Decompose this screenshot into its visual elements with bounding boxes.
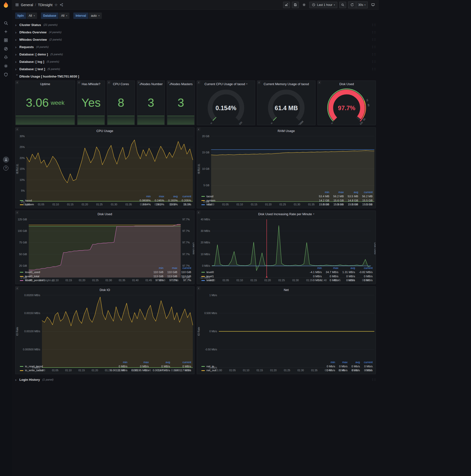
legend-column-max[interactable]: max [163, 266, 177, 270]
legend-series-swatch[interactable] [202, 366, 205, 367]
panel-info-icon[interactable]: i [167, 81, 170, 84]
legend-series-swatch[interactable] [20, 366, 23, 367]
row-database-test[interactable]: › Database: [ test ] (5 panels) ⋮⋮ [15, 66, 376, 72]
panel-title[interactable]: Current CPU Usage of taosd▾ [197, 81, 255, 87]
panel-info-icon[interactable]: i [197, 128, 201, 131]
panel-title[interactable]: Current Memory Usage of taosd [257, 81, 315, 87]
legend-column-max[interactable]: max [127, 360, 149, 364]
share-icon[interactable] [60, 3, 63, 7]
panel-info-icon[interactable]: i [16, 211, 19, 214]
row-drag-handle[interactable]: ⋮⋮ [371, 31, 376, 34]
row-drag-handle[interactable]: ⋮⋮ [371, 45, 376, 49]
legend-series-name[interactable]: taosd [25, 199, 32, 202]
legend-column-avg[interactable]: avg [338, 266, 355, 270]
legend-series-name[interactable]: net_out [206, 369, 216, 372]
legend-series-swatch[interactable] [20, 370, 23, 371]
net-chart[interactable]: 1 Mb/s0.500 Mb/s0 Mb/s-0.50 Mb/s-1 Mb/s0… [197, 293, 376, 360]
server-admin-shield-icon[interactable] [0, 70, 12, 79]
panel-title[interactable]: Disk Used [16, 211, 194, 217]
legend-column-min[interactable]: min [323, 360, 335, 364]
breadcrumb-section[interactable]: General [21, 3, 33, 7]
row-database-demo[interactable]: › Database: [ demo ] (5 panels) ⋮⋮ [15, 51, 376, 57]
legend-series-name[interactable]: taosd [206, 195, 213, 198]
dashboard-settings-button[interactable] [301, 2, 307, 8]
panel-title[interactable]: CPU Usage [16, 128, 194, 134]
legend-series-swatch[interactable] [20, 280, 23, 281]
settings-gear-icon[interactable] [0, 62, 12, 70]
legend-column-current[interactable]: current [177, 266, 191, 270]
legend-series-swatch[interactable] [202, 200, 205, 201]
legend-column-avg[interactable]: avg [348, 360, 360, 364]
avatar[interactable] [3, 156, 9, 163]
legend-column-max[interactable]: max [329, 190, 344, 194]
legend-column-avg[interactable]: avg [164, 194, 178, 199]
legend-series-name[interactable]: system [25, 203, 34, 206]
panel-info-icon[interactable]: i [197, 287, 201, 290]
row-cluster-status[interactable]: › Cluster Status (21 panels) ⋮⋮ [15, 22, 376, 28]
panel-info-icon[interactable]: i [77, 81, 81, 84]
legend-series-name[interactable]: level2 [206, 279, 214, 282]
save-dashboard-button[interactable] [292, 2, 299, 8]
row-dnodes-overview[interactable]: › DNodes Overview (4 panels) ⋮⋮ [15, 29, 376, 35]
legend-series-swatch[interactable] [20, 204, 23, 205]
disk-io-chart[interactable]: 0.00200 MB/s0.00150 MB/s0.00100 MB/s0.00… [16, 293, 194, 360]
legend-column-current[interactable]: current [360, 360, 373, 364]
row-drag-handle[interactable]: ⋮⋮ [371, 23, 376, 27]
legend-column-min[interactable]: min [306, 266, 322, 270]
legend-series-name[interactable]: level0_percent [25, 279, 43, 282]
legend-series-name[interactable]: io_write_taosd [25, 369, 43, 372]
row-mnodes-overview[interactable]: › MNodes Overview (2 panels) ⋮⋮ [15, 36, 376, 43]
legend-column-avg[interactable]: avg [149, 360, 170, 364]
panel-info-icon[interactable]: i [107, 81, 111, 84]
legend-column-min[interactable]: min [106, 360, 127, 364]
legend-column-current[interactable]: current [358, 190, 373, 194]
explore-compass-icon[interactable] [0, 44, 12, 53]
legend-column-max[interactable]: max [151, 194, 164, 199]
legend-series-name[interactable]: net_in [206, 365, 214, 368]
row-drag-handle[interactable]: ⋮⋮ [371, 38, 376, 41]
variable-interval[interactable]: Interval auto▾ [73, 13, 102, 19]
row-drag-handle[interactable]: ⋮⋮ [371, 53, 376, 56]
legend-column-current[interactable]: current [355, 266, 373, 270]
panel-info-icon[interactable]: i [137, 81, 141, 84]
legend-series-swatch[interactable] [20, 276, 23, 277]
disk-rate-chart[interactable]: 40 MB/s30 MB/s20 MB/s10 MB/s0 MB/s-10 MB… [197, 217, 376, 266]
cpu-usage-chart[interactable]: 30%25%20%15%10%5%0%01:0001:0501:1001:150… [16, 134, 194, 194]
ram-usage-chart[interactable]: 20 GB15 GB10 GB5 GB0 MB01:0001:0501:1001… [197, 134, 376, 190]
panel-info-icon[interactable]: i [197, 81, 201, 84]
panel-info-icon[interactable]: i [16, 287, 19, 290]
legend-series-swatch[interactable] [202, 196, 205, 197]
add-panel-button[interactable] [283, 2, 290, 8]
create-plus-icon[interactable] [0, 27, 12, 36]
panel-title[interactable]: Uptime [16, 81, 75, 87]
row-database-log[interactable]: › Database: [ log ] (5 panels) ⋮⋮ [15, 58, 376, 65]
row-dnode-usage[interactable]: › DNode Usage [ huolinhe-TM1701:6030 ] [15, 73, 376, 80]
panel-title[interactable]: Disk Used [318, 81, 376, 87]
legend-series-swatch[interactable] [202, 204, 205, 205]
legend-series-swatch[interactable] [20, 200, 23, 201]
refresh-button[interactable] [348, 2, 356, 8]
dashboards-icon[interactable] [0, 36, 12, 44]
variable-database[interactable]: Database All▾ [41, 13, 69, 19]
panel-info-icon[interactable]: i [197, 211, 201, 214]
legend-series-swatch[interactable] [20, 272, 23, 272]
legend-series-name[interactable]: total [206, 203, 212, 206]
panel-info-icon[interactable]: i [318, 81, 321, 84]
variable-fqdn[interactable]: fqdn All▾ [15, 13, 37, 19]
panel-title[interactable]: VNodes Number [137, 81, 165, 87]
legend-column-max[interactable]: max [322, 266, 338, 270]
row-drag-handle[interactable]: ⋮⋮ [371, 60, 376, 63]
legend-series-swatch[interactable] [202, 280, 205, 281]
disk-used-chart[interactable]: 125 GiB100 GiB75 GiB50 GiB25 GiB0 GiB97.… [16, 217, 194, 266]
legend-series-name[interactable]: io_read_taosd [25, 365, 43, 368]
legend-column-max[interactable]: max [335, 360, 348, 364]
legend-series-name[interactable]: level1 [206, 275, 214, 278]
panel-title[interactable]: Net [197, 287, 376, 293]
legend-series-swatch[interactable] [202, 276, 205, 277]
zoom-out-button[interactable] [339, 2, 346, 8]
help-icon[interactable]: ? [3, 166, 8, 170]
legend-series-name[interactable]: level0_total [25, 275, 39, 278]
row-drag-handle[interactable]: ⋮⋮ [371, 68, 376, 71]
legend-series-swatch[interactable] [202, 370, 205, 371]
legend-series-name[interactable]: level0_used [25, 271, 40, 273]
